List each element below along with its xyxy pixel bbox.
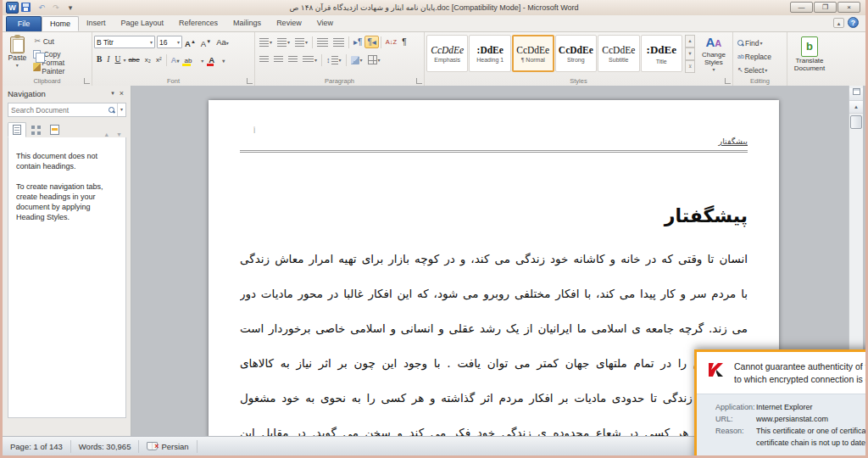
style-emphasis[interactable]: CcDdEeEmphasis (426, 35, 468, 72)
shrink-font-button[interactable]: A▼ (198, 36, 214, 48)
url-value[interactable]: www.persianstat.com (756, 413, 868, 425)
ltr-direction-button[interactable]: ▸¶ (351, 36, 364, 48)
restore-button[interactable]: ❐ (814, 2, 837, 13)
browse-results-tab[interactable] (45, 122, 64, 137)
change-styles-button[interactable]: AA Change Styles▾ (697, 35, 731, 72)
view-ruler-button[interactable] (849, 88, 863, 101)
tab-mailings[interactable]: Mailings (225, 16, 269, 31)
navigation-pane-title: Navigation (8, 89, 46, 98)
superscript-button[interactable]: x² (153, 53, 164, 66)
align-center-button[interactable] (271, 53, 286, 66)
bullets-icon (259, 38, 269, 47)
style-title[interactable]: :DdEeTitle (641, 35, 682, 72)
font-size-combo[interactable]: 16▾ (157, 36, 182, 48)
file-tab[interactable]: File (6, 16, 42, 31)
translate-document-button[interactable]: b Translate Document (789, 35, 830, 72)
body-line[interactable]: انسان تا وقتی که در خانه و کاشانه خود زن… (240, 242, 748, 276)
proofing-errors-icon[interactable] (147, 442, 158, 450)
style-strong[interactable]: CcDdEeStrong (555, 35, 597, 72)
document-heading[interactable]: پیشگفتار (240, 205, 748, 226)
tab-home[interactable]: Home (42, 16, 79, 31)
rtl-direction-button[interactable]: ¶◂ (364, 36, 378, 48)
search-icon[interactable] (108, 107, 115, 114)
browse-pages-tab[interactable] (26, 122, 45, 137)
popup-details: Application: Internet Explorer URL: www.… (697, 394, 868, 457)
multilevel-list-button[interactable]: ▾ (292, 36, 310, 48)
body-line[interactable]: که نظیرش را در تمام ملتهای جهان کمتر می … (240, 346, 748, 381)
align-right-button[interactable] (286, 53, 300, 66)
numbering-button[interactable]: ▾ (275, 36, 292, 48)
bold-button[interactable]: B (94, 53, 104, 66)
style-normal[interactable]: CcDdEe¶ Normal (512, 35, 554, 72)
font-name-combo[interactable]: B Titr▾ (94, 36, 155, 48)
minimize-button[interactable]: — (790, 2, 813, 13)
paragraph-dialog-launcher[interactable] (416, 78, 422, 84)
shading-button[interactable]: ▾ (348, 53, 365, 66)
bullets-button[interactable]: ▾ (257, 36, 275, 48)
body-line[interactable]: می زند. گرچه جامعه ی اسلامی ما ایرانیان … (240, 311, 748, 346)
body-line[interactable]: با مردم سر و کار پیدا می کند، با افکار م… (240, 276, 748, 311)
navigation-prev-next-icons[interactable]: ▲ ▼ (64, 131, 126, 137)
decrease-indent-button[interactable] (314, 36, 331, 48)
styles-dialog-launcher[interactable] (725, 78, 731, 84)
styles-scroll-down-icon[interactable]: ▼ (685, 47, 695, 60)
language-status[interactable]: Persian (139, 440, 197, 453)
shading-icon (351, 56, 359, 64)
tab-page-layout[interactable]: Page Layout (114, 16, 172, 31)
paste-button[interactable]: Paste ▾ (4, 35, 31, 73)
clear-formatting-button[interactable] (231, 36, 236, 48)
search-input[interactable] (8, 106, 108, 114)
help-icon[interactable]: ? (848, 17, 859, 28)
scrollbar-thumb[interactable] (850, 115, 862, 129)
show-paragraph-marks-button[interactable]: ¶ (399, 36, 409, 48)
underline-button[interactable]: U (113, 53, 124, 66)
align-right-icon (288, 56, 298, 64)
increase-indent-button[interactable] (331, 36, 347, 48)
styles-more-icon[interactable]: ⊻ (685, 60, 695, 73)
style-heading-1[interactable]: :DdEeHeading 1 (469, 35, 510, 72)
tab-insert[interactable]: Insert (79, 16, 114, 31)
replace-button[interactable]: abReplace (735, 50, 785, 63)
translate-group: b Translate Document (787, 32, 832, 86)
justify-button[interactable]: ▾ (300, 53, 320, 66)
page-number-status[interactable]: Page: 1 of 143 (3, 440, 71, 453)
subscript-button[interactable]: x₂ (142, 53, 153, 66)
text-effects-button[interactable]: A▾ (169, 53, 182, 66)
find-button[interactable]: Find▾ (735, 36, 785, 49)
style-subtitle[interactable]: CcDdEeSubtitle (598, 35, 639, 72)
borders-button[interactable]: ▾ (365, 53, 383, 66)
italic-button[interactable]: I (104, 53, 112, 66)
window-title: پایان نامه ایثار و شهادت ازدیدگاه قرآن ۱… (3, 3, 865, 12)
ribbon-tab-row: File Home Insert Page Layout References … (3, 15, 865, 32)
tab-review[interactable]: Review (269, 16, 309, 31)
sort-button[interactable]: A↓Z (383, 36, 399, 48)
change-case-button[interactable]: Aa▾ (214, 36, 231, 48)
clipboard-dialog-launcher[interactable] (84, 78, 90, 84)
font-dialog-launcher[interactable] (247, 78, 253, 84)
find-icon (737, 40, 744, 47)
align-left-button[interactable] (257, 53, 271, 66)
cut-button[interactable]: ✂Cut (31, 35, 90, 47)
document-body[interactable]: انسان تا وقتی که در خانه و کاشانه خود زن… (240, 242, 748, 438)
navigation-options-icon[interactable]: ▾ (108, 90, 117, 97)
strikethrough-button[interactable]: abe (125, 53, 142, 66)
collapse-ribbon-icon[interactable]: ▴ (833, 18, 844, 28)
close-button[interactable]: × (837, 2, 860, 13)
word-count-status[interactable]: Words: 30,965 (71, 440, 140, 453)
paste-label: Paste (8, 53, 26, 62)
scroll-up-button[interactable]: ▲ (849, 101, 863, 114)
navigation-close-icon[interactable]: × (117, 89, 126, 98)
body-line[interactable]: روزمره ی زندگی تا حدودی مادیات بر افکار … (240, 381, 748, 416)
tab-view[interactable]: View (309, 16, 341, 31)
select-button[interactable]: ↖Select▾ (735, 64, 785, 76)
line-spacing-button[interactable]: ↕▾ (324, 53, 344, 66)
decrease-indent-icon (317, 38, 328, 47)
tab-references[interactable]: References (171, 16, 225, 31)
font-color-button[interactable]: A▾ (206, 53, 227, 66)
browse-headings-tab[interactable] (8, 122, 26, 137)
search-options-icon[interactable]: ▾ (117, 103, 125, 116)
grow-font-button[interactable]: A▲ (182, 36, 198, 48)
highlight-button[interactable]: ab▾ (181, 53, 206, 66)
body-line[interactable]: ساخته، لذا هر کسی در شعاع محدوده ی زندگی… (240, 416, 748, 438)
styles-scroll-up-icon[interactable]: ▲ (685, 35, 695, 47)
